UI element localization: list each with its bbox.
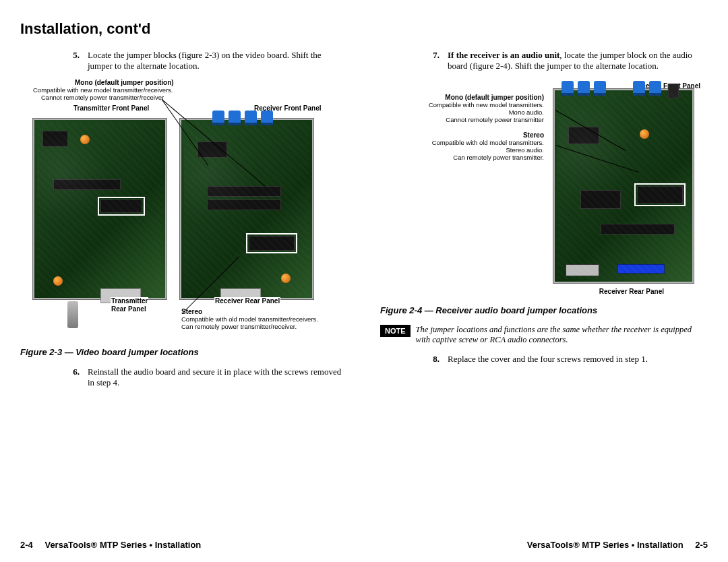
note-block: NOTE The jumper locations and functions …	[380, 325, 708, 346]
step-6: 6. Reinstall the audio board and secure …	[20, 367, 348, 389]
label-mono-title: Mono (default jumper position)	[74, 79, 175, 86]
receiver-pcb	[179, 118, 314, 300]
label-stereo-title: Stereo	[522, 131, 545, 139]
page-number-left: 2-4	[20, 540, 33, 550]
label-mono-line3: Cannot remotely power transmitter	[445, 117, 545, 123]
label-mono-title: Mono (default jumper position)	[444, 94, 545, 101]
label-stereo-line1: Compatible with old model transmitters.	[431, 139, 545, 146]
footer-left: 2-4 VersaTools® MTP Series • Installatio…	[20, 540, 201, 550]
note-badge: NOTE	[380, 325, 411, 337]
label-mono-line1: Compatible with new model transmitter/re…	[32, 87, 174, 94]
transmitter-pcb	[32, 118, 167, 300]
step-text: Locate the jumper blocks (figure 2-3) on…	[88, 50, 348, 72]
step-number: 7.	[426, 50, 439, 72]
label-stereo-line2: Stereo audio.	[505, 147, 545, 154]
two-column-layout: 5. Locate the jumper blocks (figure 2-3)…	[20, 50, 708, 395]
label-mono-line2: Cannot remotely power transmitter/receiv…	[40, 94, 164, 101]
page-number-right: 2-5	[695, 540, 708, 550]
section-heading: Installation, cont'd	[20, 20, 708, 38]
label-stereo-line1: Compatible with old model transmitter/re…	[181, 316, 319, 323]
footer-right: VersaTools® MTP Series • Installation 2-…	[527, 540, 708, 550]
label-stereo-line2: Can remotely power transmitter/receiver.	[181, 323, 297, 330]
step-7-lead: If the receiver is an audio unit	[448, 50, 559, 60]
page-footer: 2-4 VersaTools® MTP Series • Installatio…	[20, 540, 708, 550]
step-text: Replace the cover and the four screws re…	[448, 354, 708, 365]
step-number: 6.	[66, 367, 80, 389]
figure-2-3: Mono (default jumper position) Compatibl…	[20, 79, 348, 343]
note-text: The jumper locations and functions are t…	[416, 325, 708, 346]
right-column: 7. If the receiver is an audio unit, loc…	[380, 50, 708, 395]
label-mono-line1: Compatible with new model transmitters.	[428, 102, 545, 108]
label-tx-front: Transmitter Front Panel	[73, 104, 150, 112]
step-8: 8. Replace the cover and the four screws…	[380, 354, 708, 365]
step-5: 5. Locate the jumper blocks (figure 2-3)…	[20, 50, 348, 72]
label-tx-rear2: Rear Panel	[111, 305, 147, 313]
label-stereo-line3: Can remotely power transmitter.	[452, 154, 545, 161]
footer-title-right: VersaTools® MTP Series • Installation	[527, 540, 684, 550]
step-text: Reinstall the audio board and secure it …	[88, 367, 348, 389]
label-rx-rear: Receiver Rear Panel	[214, 297, 280, 305]
label-tx-rear1: Transmitter	[111, 297, 148, 305]
step-text: If the receiver is an audio unit, locate…	[448, 50, 708, 72]
label-rx-rear: Receiver Rear Panel	[599, 288, 665, 295]
receiver-audio-pcb	[553, 88, 694, 284]
footer-title-left: VersaTools® MTP Series • Installation	[44, 540, 201, 550]
figure-2-4: Receiver Front Panel Mono (default jumpe…	[380, 79, 708, 301]
figure-2-3-caption: Figure 2-3 — Video board jumper location…	[20, 347, 348, 357]
label-mono-line2: Mono audio.	[508, 109, 545, 116]
step-number: 8.	[426, 354, 439, 365]
step-7: 7. If the receiver is an audio unit, loc…	[380, 50, 708, 72]
step-number: 5.	[66, 50, 80, 72]
bnc-connector-icon	[67, 301, 78, 328]
figure-2-4-caption: Figure 2-4 — Receiver audio board jumper…	[380, 305, 708, 315]
left-column: 5. Locate the jumper blocks (figure 2-3)…	[20, 50, 348, 395]
